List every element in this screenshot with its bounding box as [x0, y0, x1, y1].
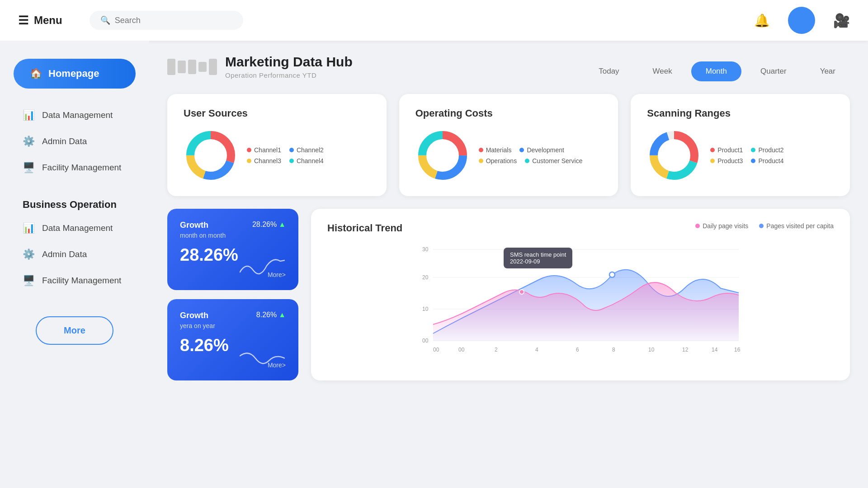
svg-text:16: 16 — [734, 347, 741, 353]
home-icon: 🏠 — [30, 68, 42, 80]
growth-yoy-pct-top: 8.26% ▲ — [256, 311, 286, 319]
bar-chart-icon-2: 📊 — [23, 222, 35, 234]
sidebar-label-facility-management-2: Facility Management — [42, 276, 121, 286]
homepage-button[interactable]: 🏠 Homepage — [14, 59, 136, 89]
channel4-label: Channel4 — [297, 157, 324, 164]
customer-service-dot — [525, 159, 529, 163]
sidebar-section-2: 📊 Data Management ⚙️ Admin Data 🖥️ Facil… — [14, 215, 136, 294]
chart-tooltip: SMS reach time point 2022-09-09 — [504, 248, 572, 268]
filter-quarter[interactable]: Quarter — [746, 61, 801, 81]
growth-yoy-more[interactable]: More> — [180, 361, 286, 369]
user-sources-title: User Sources — [184, 108, 370, 119]
legend-product2: Product2 — [751, 146, 783, 154]
sidebar-label-data-management-1: Data Management — [42, 110, 113, 120]
svg-text:8: 8 — [612, 347, 615, 353]
trend-svg: 30 20 10 00 — [327, 243, 834, 361]
trend-header: Historical Trend Daily page visits Pages… — [327, 222, 834, 234]
bottom-row: Growth month on month 28.26% ▲ 28.26% Mo… — [167, 209, 850, 380]
page-title-text: Marketing Data Hub Operation Performance… — [225, 54, 353, 79]
sidebar-item-data-management-2[interactable]: 📊 Data Management — [14, 215, 136, 241]
per-capita-label: Pages visited per capita — [766, 222, 834, 230]
daily-visits-label: Daily page visits — [703, 222, 748, 230]
growth-mom-arrow-icon: ▲ — [278, 221, 286, 229]
operations-dot — [479, 159, 483, 163]
sidebar-item-admin-data-2[interactable]: ⚙️ Admin Data — [14, 241, 136, 267]
svg-text:12: 12 — [682, 347, 689, 353]
user-sources-donut — [184, 128, 238, 183]
page-subtitle: Operation Performance YTD — [225, 71, 353, 79]
channel2-dot — [289, 148, 294, 152]
user-sources-card: User Sources — [167, 94, 387, 196]
sidebar: 🏠 Homepage 📊 Data Management ⚙️ Admin Da… — [0, 41, 149, 488]
blue-dot-1 — [609, 272, 615, 277]
channel1-dot — [247, 148, 251, 152]
growth-cards: Growth month on month 28.26% ▲ 28.26% Mo… — [167, 209, 298, 380]
logo-block-3 — [188, 60, 196, 74]
legend-channel1: Channel1 — [247, 146, 281, 154]
search-input[interactable] — [115, 16, 232, 25]
operations-label: Operations — [486, 157, 517, 164]
svg-text:00: 00 — [433, 347, 439, 353]
monitor-icon-1: 🖥️ — [23, 162, 35, 174]
svg-text:20: 20 — [422, 274, 429, 281]
filter-week[interactable]: Week — [638, 61, 687, 81]
business-operation-title: Business Operation — [14, 185, 136, 215]
hamburger-icon: ☰ — [18, 14, 28, 28]
growth-mom-card: Growth month on month 28.26% ▲ 28.26% Mo… — [167, 209, 298, 290]
page-logo — [167, 59, 217, 75]
svg-text:6: 6 — [576, 347, 579, 353]
legend-development: Development — [519, 146, 564, 154]
operating-costs-legend: Materials Development Operations — [479, 146, 583, 164]
logo-block-5 — [209, 59, 217, 75]
tooltip-date: 2022-09-09 — [510, 258, 566, 265]
homepage-label: Homepage — [48, 68, 99, 80]
sidebar-item-facility-management-1[interactable]: 🖥️ Facility Management — [14, 155, 136, 181]
svg-text:10: 10 — [422, 306, 429, 312]
camera-icon[interactable]: 🎥 — [833, 13, 850, 28]
product4-dot — [751, 159, 755, 163]
svg-text:00: 00 — [422, 338, 429, 344]
svg-text:2: 2 — [495, 347, 498, 353]
filter-today[interactable]: Today — [584, 61, 633, 81]
scanning-ranges-card: Scanning Ranges — [631, 94, 850, 196]
product4-label: Product4 — [758, 157, 783, 164]
menu-label: Menu — [34, 14, 62, 27]
legend-channel2: Channel2 — [289, 146, 324, 154]
sidebar-item-data-management-1[interactable]: 📊 Data Management — [14, 102, 136, 128]
sidebar-item-facility-management-2[interactable]: 🖥️ Facility Management — [14, 267, 136, 294]
historical-trend-card: Historical Trend Daily page visits Pages… — [311, 209, 850, 380]
legend-product4: Product4 — [751, 157, 783, 164]
channel3-dot — [247, 159, 251, 163]
notification-bell-icon[interactable]: 🔔 — [754, 13, 770, 28]
search-bar[interactable]: 🔍 — [90, 11, 243, 30]
legend-product3: Product3 — [710, 157, 743, 164]
user-sources-legend: Channel1 Channel2 Channel3 — [247, 146, 324, 164]
sidebar-item-admin-data-1[interactable]: ⚙️ Admin Data — [14, 128, 136, 155]
avatar[interactable] — [788, 7, 815, 34]
page-header: Marketing Data Hub Operation Performance… — [167, 54, 850, 81]
scanning-ranges-title: Scanning Ranges — [647, 108, 834, 119]
legend-customer-service: Customer Service — [525, 157, 582, 164]
operating-costs-title: Operating Costs — [415, 108, 602, 119]
filter-year[interactable]: Year — [806, 61, 850, 81]
scanning-ranges-donut — [647, 128, 701, 183]
product3-dot — [710, 159, 715, 163]
cards-row: User Sources — [167, 94, 850, 196]
svg-text:14: 14 — [712, 347, 718, 353]
main-content: Marketing Data Hub Operation Performance… — [149, 41, 868, 488]
menu-button[interactable]: ☰ Menu — [18, 14, 62, 28]
channel3-label: Channel3 — [254, 157, 281, 164]
daily-visits-dot — [695, 224, 700, 228]
operating-costs-inner: Materials Development Operations — [415, 128, 602, 183]
operating-costs-card: Operating Costs — [399, 94, 618, 196]
trend-legend: Daily page visits Pages visited per capi… — [695, 222, 834, 230]
logo-block-1 — [167, 59, 175, 75]
sidebar-label-admin-data-2: Admin Data — [42, 249, 87, 259]
user-sources-inner: Channel1 Channel2 Channel3 — [184, 128, 370, 183]
growth-yoy-card: Growth yera on year 8.26% ▲ 8.26% More> — [167, 299, 298, 380]
growth-mom-more[interactable]: More> — [180, 271, 286, 278]
chart-area: SMS reach time point 2022-09-09 30 20 10… — [327, 243, 834, 362]
filter-month[interactable]: Month — [691, 61, 741, 81]
search-icon: 🔍 — [100, 15, 110, 25]
more-button[interactable]: More — [36, 316, 113, 345]
